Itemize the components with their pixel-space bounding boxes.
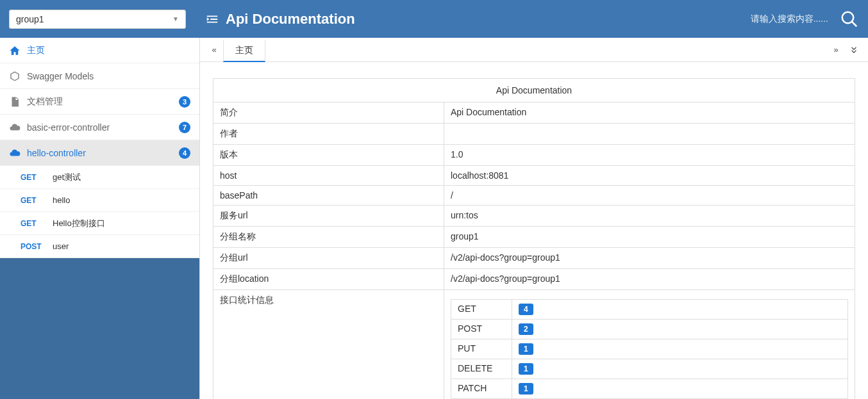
- header-bar: group1 ▼ Api Documentation 请输入搜索内容......: [0, 0, 868, 38]
- count-badge: 7: [179, 122, 190, 133]
- home-icon: [9, 45, 21, 56]
- table-row: 分组url/v2/api-docs?group=group1: [213, 248, 855, 269]
- info-stats-cell: GET4 POST2 PUT1 DELETE1 PATCH1 OPTIONS1: [444, 290, 855, 400]
- method-badge: POST: [21, 242, 53, 251]
- table-row: PATCH1: [451, 379, 848, 399]
- sidebar-item-label: Swagger Models: [27, 71, 94, 81]
- stats-method: GET: [451, 300, 512, 320]
- info-value: [444, 124, 855, 145]
- info-value: /v2/api-docs?group=group1: [444, 269, 855, 290]
- main-content: « 主页 » Api Documentation 简介Api Documenta…: [200, 38, 868, 399]
- info-value: /: [444, 186, 855, 206]
- info-key: 分组location: [213, 269, 444, 290]
- method-badge: GET: [21, 219, 53, 228]
- method-badge: GET: [21, 173, 53, 182]
- chevron-down-icon: ▼: [172, 15, 179, 22]
- search-input[interactable]: 请输入搜索内容......: [751, 13, 828, 25]
- table-row: 版本1.0: [213, 145, 855, 166]
- info-key: 接口统计信息: [213, 290, 444, 400]
- table-row: 作者: [213, 124, 855, 145]
- sidebar: 主页 Swagger Models 文档管理 3 basic-error-con…: [0, 38, 200, 399]
- stats-count: 1: [512, 339, 848, 359]
- endpoint-name: user: [53, 241, 69, 251]
- stats-method: DELETE: [451, 359, 512, 379]
- count-badge: 1: [519, 343, 533, 355]
- stats-method: PATCH: [451, 379, 512, 399]
- endpoint-item[interactable]: GET hello: [0, 189, 199, 212]
- sidebar-item-home[interactable]: 主页: [0, 38, 199, 63]
- endpoint-item[interactable]: POST user: [0, 235, 199, 258]
- sidebar-item-doc-manage[interactable]: 文档管理 3: [0, 89, 199, 115]
- info-value: group1: [444, 227, 855, 248]
- search-icon[interactable]: [840, 10, 859, 29]
- stats-count: 2: [512, 320, 848, 339]
- info-key: host: [213, 166, 444, 186]
- endpoint-name: get测试: [53, 172, 81, 183]
- sidebar-item-label: 文档管理: [27, 96, 63, 108]
- table-row: 服务urlurn:tos: [213, 206, 855, 227]
- table-row: DELETE1: [451, 359, 848, 379]
- document-icon: [9, 96, 21, 108]
- group-select-value: group1: [16, 14, 44, 24]
- tab-scroll-left-button[interactable]: «: [205, 38, 223, 61]
- tab-menu-button[interactable]: [845, 38, 863, 61]
- endpoint-name: hello: [53, 195, 70, 205]
- chevron-double-down-icon: [849, 45, 858, 54]
- info-value: urn:tos: [444, 206, 855, 227]
- count-badge: 2: [519, 323, 533, 335]
- info-key: 版本: [213, 145, 444, 166]
- table-row: 简介Api Documentation: [213, 102, 855, 124]
- header-title-wrap: Api Documentation: [205, 11, 355, 28]
- table-row: hostlocalhost:8081: [213, 166, 855, 186]
- stats-count: 1: [512, 379, 848, 399]
- info-table: Api Documentation 简介Api Documentation 作者…: [213, 78, 855, 399]
- header-title: Api Documentation: [226, 11, 355, 28]
- cube-icon: [9, 70, 21, 82]
- table-row: 分组名称group1: [213, 227, 855, 248]
- stats-table: GET4 POST2 PUT1 DELETE1 PATCH1 OPTIONS1: [451, 299, 848, 399]
- info-key: 分组url: [213, 248, 444, 269]
- info-key: basePath: [213, 186, 444, 206]
- table-row: POST2: [451, 320, 848, 339]
- sidebar-item-label: basic-error-controller: [27, 122, 110, 133]
- table-row: 分组location/v2/api-docs?group=group1: [213, 269, 855, 290]
- endpoint-item[interactable]: GET get测试: [0, 166, 199, 189]
- svg-point-0: [842, 12, 854, 23]
- info-value: localhost:8081: [444, 166, 855, 186]
- method-badge: GET: [21, 196, 53, 205]
- count-badge: 3: [179, 96, 190, 108]
- sidebar-item-label: hello-controller: [27, 148, 86, 158]
- table-row: PUT1: [451, 339, 848, 359]
- info-table-title: Api Documentation: [213, 79, 855, 102]
- tab-bar: « 主页 »: [200, 38, 868, 62]
- tab-home[interactable]: 主页: [223, 39, 265, 62]
- count-badge: 4: [179, 147, 190, 159]
- table-row: basePath/: [213, 186, 855, 206]
- stats-count: 1: [512, 359, 848, 379]
- stats-count: 4: [512, 300, 848, 320]
- sidebar-item-label: 主页: [27, 45, 45, 56]
- info-value: Api Documentation: [444, 102, 855, 124]
- info-key: 服务url: [213, 206, 444, 227]
- endpoint-name: Hello控制接口: [53, 218, 105, 229]
- content-area: Api Documentation 简介Api Documentation 作者…: [200, 62, 868, 399]
- count-badge: 1: [519, 363, 533, 375]
- sidebar-item-swagger-models[interactable]: Swagger Models: [0, 63, 199, 89]
- info-value: /v2/api-docs?group=group1: [444, 248, 855, 269]
- stats-method: PUT: [451, 339, 512, 359]
- endpoint-item[interactable]: GET Hello控制接口: [0, 212, 199, 235]
- count-badge: 1: [519, 383, 533, 395]
- group-select[interactable]: group1 ▼: [9, 10, 186, 29]
- svg-line-1: [852, 21, 857, 26]
- info-value: 1.0: [444, 145, 855, 166]
- count-badge: 4: [519, 304, 533, 315]
- tab-scroll-right-button[interactable]: »: [827, 38, 845, 61]
- info-key: 作者: [213, 124, 444, 145]
- sidebar-item-hello-controller[interactable]: hello-controller 4: [0, 140, 199, 166]
- sidebar-item-basic-error-controller[interactable]: basic-error-controller 7: [0, 115, 199, 140]
- endpoint-list: GET get测试 GET hello GET Hello控制接口 POST u…: [0, 166, 199, 258]
- cloud-icon: [9, 122, 21, 133]
- menu-collapse-icon[interactable]: [205, 12, 219, 26]
- table-row: 接口统计信息 GET4 POST2 PUT1 DELETE1 PATCH1 OP…: [213, 290, 855, 400]
- info-key: 分组名称: [213, 227, 444, 248]
